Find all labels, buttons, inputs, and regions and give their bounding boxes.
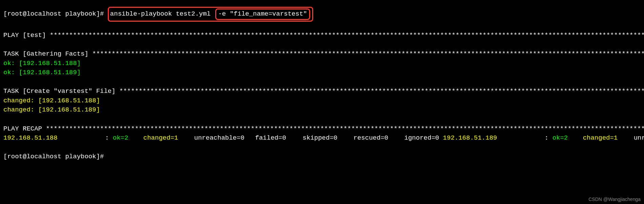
task2-result2: changed: [192.168.51.189] — [3, 105, 641, 115]
recap-skipped: skipped=0 — [303, 134, 354, 143]
recap-failed: failed=0 — [255, 134, 303, 143]
recap-row-2: 192.168.51.189: ok=2changed=1unreachable… — [443, 134, 644, 142]
shell-prompt: [root@localhost playbook]# — [3, 153, 104, 160]
host-ip: [192.168.51.189] — [38, 106, 100, 114]
status-ok: ok: — [3, 69, 19, 76]
recap-row-1: 192.168.51.188: ok=2changed=1unreachable… — [3, 134, 443, 142]
task2-header: TASK [Create "varstest" File] — [3, 87, 119, 95]
host-ip: [192.168.51.188] — [19, 60, 81, 67]
play-header: PLAY [test] — [3, 32, 50, 39]
recap-ignored: ignored=0 — [404, 134, 439, 142]
highlight-box-outer: ansible-playbook test2.yml -e "file_name… — [108, 7, 313, 22]
command-text-part1: ansible-playbook test2.yml — [110, 10, 210, 18]
recap-unreachable: unreachable=0 — [194, 134, 255, 143]
command-line[interactable]: [root@localhost playbook]# ansible-playb… — [3, 7, 641, 22]
recap-colon: : — [105, 134, 109, 142]
command-text-part2: -e "file_name=varstest" — [218, 10, 307, 18]
play-header-line: PLAY [test] ****************************… — [3, 31, 641, 40]
watermark: CSDN @Wangjiachenga — [588, 196, 641, 203]
status-ok: ok: — [3, 60, 19, 67]
recap-rescued: rescued=0 — [354, 134, 404, 143]
task1-header-line: TASK [Gathering Facts] *****************… — [3, 49, 641, 59]
blank-line — [3, 115, 641, 124]
task2-header-line: TASK [Create "varstest" File] **********… — [3, 87, 641, 96]
recap-changed: changed=1 — [143, 134, 194, 143]
recap-ok: ok=2 — [113, 134, 143, 143]
recap-header: PLAY RECAP — [3, 125, 46, 132]
host-ip: [192.168.51.189] — [19, 69, 81, 76]
highlight-box-inner: -e "file_name=varstest" — [215, 8, 310, 20]
final-prompt-line[interactable]: [root@localhost playbook]# — [3, 152, 641, 162]
blank-line — [3, 22, 641, 31]
recap-host: 192.168.51.189 — [443, 134, 545, 143]
recap-ok: ok=2 — [552, 134, 583, 143]
recap-changed: changed=1 — [583, 134, 634, 143]
recap-colon: : — [545, 134, 548, 142]
blank-line — [3, 143, 641, 152]
task1-stars: ****************************************… — [92, 50, 644, 58]
status-changed: changed: — [3, 106, 38, 114]
task2-stars: ****************************************… — [119, 87, 644, 95]
task1-header: TASK [Gathering Facts] — [3, 50, 92, 58]
play-stars: ****************************************… — [50, 32, 644, 39]
task1-result1: ok: [192.168.51.188] — [3, 59, 641, 68]
recap-header-line: PLAY RECAP *****************************… — [3, 124, 641, 134]
status-changed: changed: — [3, 97, 38, 104]
host-ip: [192.168.51.188] — [38, 97, 100, 104]
shell-prompt: [root@localhost playbook]# — [3, 10, 104, 18]
task2-result1: changed: [192.168.51.188] — [3, 96, 641, 106]
blank-line — [3, 78, 641, 87]
blank-line — [3, 40, 641, 50]
task1-result2: ok: [192.168.51.189] — [3, 68, 641, 78]
recap-unreachable: unreachable=0 — [634, 134, 644, 143]
recap-stars: ****************************************… — [46, 125, 644, 132]
recap-host: 192.168.51.188 — [3, 134, 105, 143]
